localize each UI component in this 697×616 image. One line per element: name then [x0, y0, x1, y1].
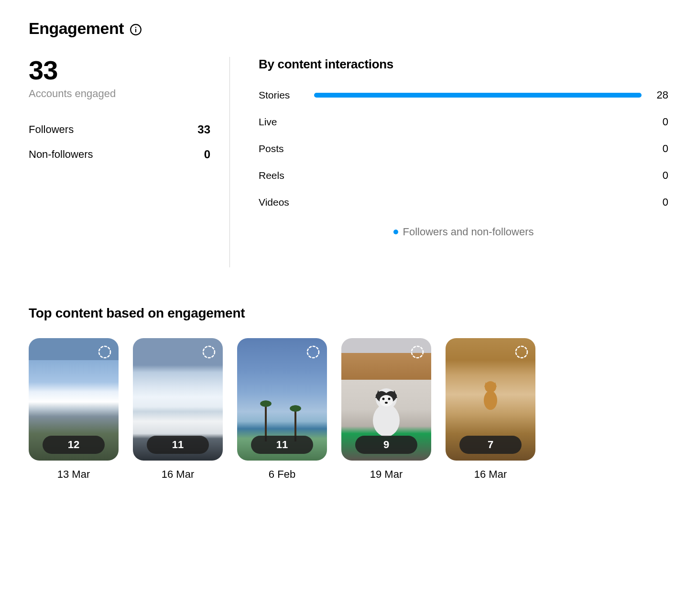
- stat-label: Followers: [29, 123, 74, 136]
- content-thumb[interactable]: 12: [29, 338, 119, 461]
- interaction-bar-label: Reels: [259, 170, 306, 181]
- interaction-bar-row: Videos0: [259, 196, 668, 209]
- svg-point-10: [388, 398, 391, 400]
- stat-row: Non-followers0: [29, 148, 210, 161]
- interaction-bar-value: 0: [649, 169, 668, 182]
- thumb-count-pill: 7: [459, 436, 522, 454]
- interaction-bar-value: 28: [649, 89, 668, 101]
- interaction-bar-row: Reels0: [259, 169, 668, 182]
- top-content-title: Top content based on engagement: [29, 306, 668, 321]
- svg-point-15: [516, 346, 527, 358]
- content-thumb[interactable]: 7: [446, 338, 535, 461]
- svg-point-2: [135, 26, 136, 27]
- legend-dot-icon: [393, 230, 398, 234]
- interaction-bar-track: [314, 146, 642, 151]
- thumb-date: 19 Mar: [370, 468, 403, 481]
- interaction-bar-track: [314, 173, 642, 178]
- thumb-date: 13 Mar: [57, 468, 90, 481]
- interaction-bar-value: 0: [649, 116, 668, 128]
- accounts-engaged-value: 33: [29, 57, 210, 84]
- interaction-bar-value: 0: [649, 143, 668, 155]
- stat-row: Followers33: [29, 123, 210, 136]
- story-ring-icon: [202, 345, 216, 361]
- svg-point-9: [382, 398, 385, 400]
- interaction-bar-track: [314, 120, 642, 124]
- thumb-date: 6 Feb: [269, 468, 295, 481]
- thumb-count-pill: 12: [43, 436, 105, 454]
- content-thumb[interactable]: 9: [341, 338, 431, 461]
- content-thumb-wrap: 919 Mar: [341, 338, 431, 481]
- interaction-bar-label: Posts: [259, 143, 306, 154]
- engagement-summary-panel: 33 Accounts engaged Followers33Non-follo…: [29, 57, 229, 267]
- interaction-bar-row: Live0: [259, 116, 668, 128]
- interaction-bar-label: Stories: [259, 89, 306, 101]
- interaction-bar-track: [314, 93, 642, 98]
- page-title: Engagement: [29, 19, 124, 38]
- interaction-bar-label: Videos: [259, 197, 306, 208]
- content-thumb-wrap: 1213 Mar: [29, 338, 119, 481]
- svg-point-4: [203, 346, 215, 358]
- content-interactions-panel: By content interactions Stories28Live0Po…: [230, 57, 668, 267]
- story-ring-icon: [514, 345, 529, 361]
- interaction-bar-value: 0: [649, 196, 668, 209]
- thumb-count-pill: 9: [355, 436, 417, 454]
- thumb-count-pill: 11: [251, 436, 313, 454]
- stat-value: 0: [204, 148, 210, 161]
- svg-point-12: [412, 346, 423, 358]
- interaction-bar-fill: [314, 93, 642, 98]
- content-thumb[interactable]: 11: [133, 338, 223, 461]
- interaction-bar-row: Stories28: [259, 89, 668, 101]
- stat-value: 33: [197, 123, 210, 136]
- svg-point-3: [99, 346, 110, 358]
- svg-point-8: [380, 395, 393, 407]
- accounts-engaged-label: Accounts engaged: [29, 88, 210, 100]
- interaction-bar-row: Posts0: [259, 143, 668, 155]
- legend-text: Followers and non-followers: [403, 226, 534, 238]
- svg-point-13: [484, 391, 497, 410]
- thumb-date: 16 Mar: [162, 468, 194, 481]
- content-interactions-title: By content interactions: [259, 57, 668, 72]
- info-icon[interactable]: [130, 23, 142, 36]
- content-thumb[interactable]: 11: [237, 338, 327, 461]
- content-thumb-wrap: 716 Mar: [446, 338, 535, 481]
- story-ring-icon: [98, 345, 112, 361]
- interaction-bar-label: Live: [259, 116, 306, 128]
- story-ring-icon: [410, 345, 425, 361]
- interaction-bar-track: [314, 200, 642, 205]
- content-thumb-wrap: 116 Feb: [237, 338, 327, 481]
- thumb-count-pill: 11: [147, 436, 209, 454]
- thumb-date: 16 Mar: [474, 468, 507, 481]
- svg-point-5: [307, 346, 319, 358]
- content-thumb-wrap: 1116 Mar: [133, 338, 223, 481]
- stat-label: Non-followers: [29, 148, 93, 161]
- svg-point-11: [385, 402, 388, 404]
- story-ring-icon: [306, 345, 320, 361]
